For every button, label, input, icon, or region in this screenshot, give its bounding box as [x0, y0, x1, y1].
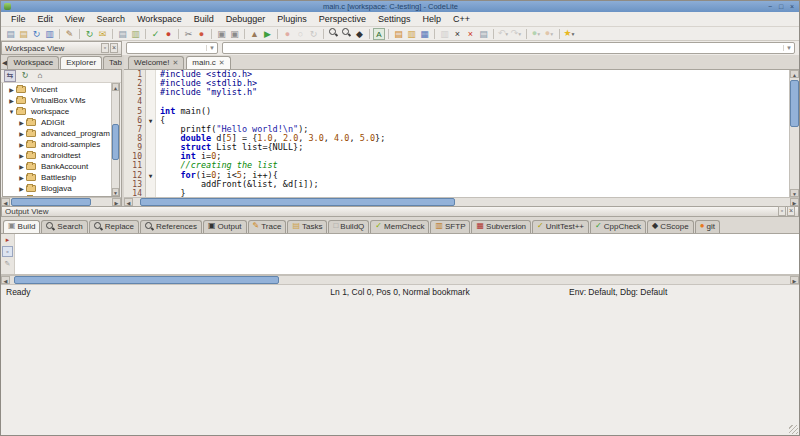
clean-project-icon[interactable]: ✂ [182, 28, 195, 40]
highlight-word-icon[interactable]: A [373, 28, 385, 40]
menu-edit[interactable]: Edit [32, 13, 60, 25]
function-combo[interactable]: ▼ [222, 42, 795, 54]
menu-file[interactable]: File [5, 13, 32, 25]
close-tab-icon[interactable]: ✕ [172, 59, 178, 67]
scroll-thumb[interactable] [790, 80, 799, 126]
scroll-track[interactable] [10, 198, 112, 206]
maximize-button[interactable]: □ [777, 3, 785, 10]
output-tab-git[interactable]: ●git [695, 220, 720, 233]
reference-books-icon[interactable]: ▦ [418, 28, 431, 40]
menu-workspace[interactable]: Workspace [131, 13, 188, 25]
scroll-thumb[interactable] [112, 124, 119, 161]
tree-item[interactable]: ▶VirtualBox VMs [3, 95, 111, 106]
tree-item[interactable]: ▶android-samples [3, 139, 111, 150]
menu-settings[interactable]: Settings [372, 13, 417, 25]
close-pane-icon[interactable]: × [787, 206, 795, 216]
scroll-track[interactable] [133, 198, 790, 206]
tree-item[interactable]: ▶BankAccount [3, 161, 111, 172]
output-tab-build[interactable]: ▣Build [3, 220, 40, 233]
menu-debugger[interactable]: Debugger [220, 13, 272, 25]
expand-arrow-icon[interactable]: ▶ [17, 185, 26, 192]
bookmark-icon[interactable]: ★▼ [563, 27, 576, 40]
restart-debugger-icon[interactable]: ↻ [307, 28, 320, 40]
output-tab-tasks[interactable]: ▤Tasks [287, 220, 327, 233]
edit-output-icon[interactable]: ✎ [2, 259, 13, 268]
run-program-icon[interactable]: ▶ [261, 28, 274, 40]
editor-vertical-scrollbar[interactable]: ▲ ▼ [789, 70, 799, 197]
menu-view[interactable]: View [59, 13, 90, 25]
find-resource-icon[interactable]: ▣ [228, 28, 241, 40]
find-symbol-icon[interactable]: ▲ [248, 28, 261, 40]
tree-item[interactable]: ▶Vincent [3, 84, 111, 95]
output-tab-subversion[interactable]: ▦Subversion [471, 220, 531, 233]
undo-icon[interactable]: ↶▼ [497, 27, 510, 40]
menu-plugins[interactable]: Plugins [271, 13, 313, 25]
output-tab-search[interactable]: Search [41, 220, 87, 233]
find-in-files-icon[interactable]: ◆ [353, 28, 366, 40]
scroll-left-icon[interactable]: ◀ [1, 276, 10, 284]
expand-arrow-icon[interactable]: ▶ [17, 141, 26, 148]
save-file-icon[interactable]: ▥ [43, 28, 56, 40]
expand-arrow-icon[interactable]: ▼ [7, 109, 16, 115]
scope-combo[interactable]: ▼ [126, 42, 218, 54]
scroll-thumb[interactable] [11, 198, 91, 206]
tree-item[interactable]: ▶androidtest [3, 150, 111, 161]
output-tab-sftp[interactable]: ▥SFTP [430, 220, 470, 233]
editor-horizontal-scrollbar[interactable]: ◀ ▶ [124, 197, 799, 206]
mail-notes-icon[interactable]: ✉ [96, 28, 109, 40]
menu-cpp[interactable]: C++ [447, 13, 476, 25]
resize-grip[interactable] [789, 425, 798, 434]
output-tab-trace[interactable]: ✎Trace [248, 220, 287, 233]
tree-item[interactable]: ▼workspace [3, 106, 111, 117]
scroll-left-icon[interactable]: ◀ [1, 198, 10, 206]
output-tab-replace[interactable]: Replace [89, 220, 139, 233]
close-pane-icon[interactable]: × [110, 43, 118, 53]
output-tab-unittest[interactable]: ✓UnitTest++ [532, 220, 589, 233]
link-editor-icon[interactable]: ⇆ [4, 70, 16, 82]
copy-icon[interactable]: ▤ [116, 28, 129, 40]
tree-horizontal-scrollbar[interactable]: ◀ ▶ [1, 197, 121, 206]
stop-process-icon[interactable]: ● [195, 28, 208, 40]
output-tab-output[interactable]: ▣Output [203, 220, 247, 233]
scroll-right-icon[interactable]: ▶ [790, 276, 799, 284]
expand-arrow-icon[interactable]: ▶ [17, 152, 26, 159]
tree-item[interactable]: ▶Blogjava [3, 183, 111, 194]
output-horizontal-scrollbar[interactable]: ◀ ▶ [1, 275, 799, 284]
scroll-thumb[interactable] [14, 276, 279, 284]
expand-arrow-icon[interactable]: ▶ [7, 86, 16, 93]
open-workspace-icon[interactable]: ▥ [405, 28, 418, 40]
scroll-right-icon[interactable]: ▶ [790, 198, 799, 206]
tree-item[interactable]: ▶advanced_program [3, 128, 111, 139]
menu-perspective[interactable]: Perspective [313, 13, 372, 25]
save-session-icon[interactable]: ▥ [438, 28, 451, 40]
output-tab-references[interactable]: References [140, 220, 202, 233]
zoom-out-icon[interactable] [340, 28, 353, 40]
forward-nav-icon[interactable]: ●▼ [543, 27, 556, 40]
minimize-button[interactable]: − [766, 3, 774, 10]
scroll-thumb[interactable] [140, 198, 455, 206]
menu-help[interactable]: Help [416, 13, 447, 25]
expand-arrow-icon[interactable]: ▶ [17, 163, 26, 170]
pause-debugger-icon[interactable]: ○ [294, 28, 307, 40]
tree-item[interactable]: ▶ADIGit [3, 117, 111, 128]
build-output-content[interactable] [15, 234, 799, 274]
home-folder-icon[interactable]: ⌂ [34, 71, 46, 81]
new-file-icon[interactable]: ▤ [4, 28, 17, 40]
scroll-track[interactable] [10, 276, 790, 284]
reload-workspace-icon[interactable]: ↻ [83, 28, 96, 40]
scroll-left-icon[interactable]: ◀ [124, 198, 133, 206]
expand-arrow-icon[interactable]: ▶ [7, 97, 16, 104]
new-project-icon[interactable]: ▤ [392, 28, 405, 40]
open-file-icon[interactable]: ▤ [17, 28, 30, 40]
float-pane-icon[interactable]: ▫ [778, 206, 786, 216]
edit-pencil-icon[interactable]: ✎ [63, 28, 76, 40]
expand-arrow-icon[interactable]: ▶ [17, 119, 26, 126]
backward-nav-icon[interactable]: ●▼ [530, 27, 543, 40]
output-tab-cscope[interactable]: ◆CScope [647, 220, 694, 233]
scroll-up-icon[interactable]: ▲ [112, 83, 119, 91]
expand-arrow-icon[interactable]: ▶ [17, 130, 26, 137]
tree-item[interactable]: ▶BlueGriffon [3, 194, 111, 196]
clear-output-icon[interactable]: ▸ [2, 235, 13, 244]
code-editor[interactable]: 1#include <stdio.h>2#include <stdlib.h>3… [124, 70, 789, 197]
output-tab-cppcheck[interactable]: ✓CppCheck [590, 220, 646, 233]
